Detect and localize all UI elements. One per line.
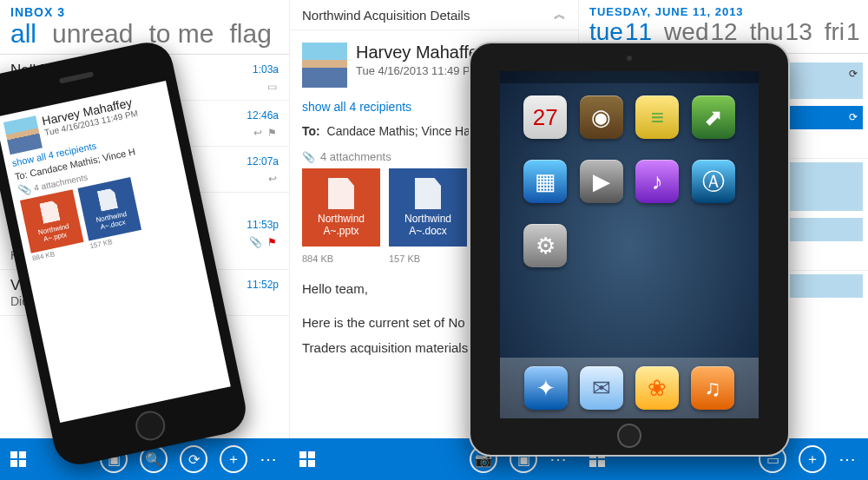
to-prefix: To:	[302, 124, 320, 138]
safari-app-icon[interactable]: ✦	[524, 366, 568, 410]
attachments-count: 4 attachments	[320, 150, 391, 163]
notes-app-icon[interactable]: ≡	[635, 95, 679, 139]
ipad-device: 27◉≡⬈▦▶♪Ⓐ⚙ ✦✉❀♫	[469, 42, 790, 457]
ipad-home-button[interactable]	[617, 424, 641, 448]
tab-unread[interactable]: unread	[52, 19, 133, 49]
file-icon	[415, 178, 441, 209]
ipad-screen: 27◉≡⬈▦▶♪Ⓐ⚙ ✦✉❀♫	[500, 71, 759, 418]
ipad-dock: ✦✉❀♫	[500, 358, 759, 418]
message-time: 11:52p	[247, 279, 279, 291]
tab-all[interactable]: all	[10, 19, 36, 49]
more-button[interactable]: ⋯	[260, 449, 279, 470]
to-recipients: Candace Mathis; Vince Har	[327, 124, 475, 138]
sender-name: Harvey Mahaffey	[356, 43, 487, 62]
reply-icon: ↩	[268, 173, 277, 185]
attachment-icon: 📎	[249, 236, 262, 248]
attachment-pptx[interactable]: Northwind A~.pptx	[20, 189, 84, 253]
message-time: 12:46a	[247, 109, 279, 122]
file-icon	[328, 178, 354, 209]
tiles-icon[interactable]	[299, 451, 315, 467]
flag-icon: ⚑	[267, 236, 277, 248]
iphone-home-button[interactable]	[133, 408, 168, 443]
file-icon	[97, 187, 119, 212]
iphone-speaker	[58, 71, 93, 83]
message-title: Northwind Acquisition Details	[302, 8, 470, 23]
attachment-icon: 📎	[16, 182, 32, 197]
inbox-count-label: INBOX 3	[0, 0, 289, 19]
appstore-app-icon[interactable]: Ⓐ	[692, 160, 735, 203]
message-time: 1:03a	[253, 63, 279, 76]
sync-button[interactable]: ⟳	[180, 445, 207, 473]
ipad-status-bar	[500, 71, 759, 83]
contacts-app-icon[interactable]: ◉	[580, 95, 623, 139]
attachment-name: Northwind A~.docx	[84, 207, 140, 233]
videos-app-icon[interactable]: ▦	[523, 160, 567, 203]
ipad-home-grid: 27◉≡⬈▦▶♪Ⓐ⚙	[500, 95, 759, 267]
attachment-name: Northwind A~.pptx	[302, 213, 380, 237]
more-button[interactable]: ⋯	[838, 449, 858, 470]
maps-app-icon[interactable]: ⬈	[692, 95, 735, 139]
youtube-app-icon[interactable]: ▶	[580, 160, 623, 203]
attachment-size: 157 KB	[389, 253, 467, 264]
flag-icon: ⚑	[267, 127, 277, 139]
attachment-size: 884 KB	[302, 253, 380, 264]
file-icon	[39, 200, 61, 224]
sent-timestamp: Tue 4/16/2013 11:49 PM	[356, 64, 487, 77]
photos-app-icon[interactable]: ❀	[635, 366, 679, 410]
tiles-icon[interactable]	[10, 451, 26, 467]
ipod-app-icon[interactable]: ♫	[691, 366, 734, 410]
compose-button[interactable]: ＋	[220, 445, 247, 473]
attachment-docx[interactable]: Northwind A~.docx	[77, 177, 141, 241]
itunes-app-icon[interactable]: ♪	[635, 160, 679, 203]
message-header-bar[interactable]: Northwind Acquisition Details ︽	[290, 0, 578, 30]
calendar-date-label: TUESDAY, JUNE 11, 2013	[579, 0, 868, 18]
avatar	[3, 115, 43, 155]
message-time: 12:07a	[247, 155, 279, 168]
mail-app-icon[interactable]: ✉	[580, 366, 623, 410]
ipad-camera	[627, 56, 632, 61]
avatar	[302, 43, 347, 88]
message-time: 11:53p	[247, 219, 279, 231]
calendar-app-icon[interactable]: 27	[523, 95, 567, 139]
attachment-icon: 📎	[302, 151, 315, 163]
add-event-button[interactable]: ＋	[799, 445, 826, 473]
settings-app-icon[interactable]: ⚙	[523, 224, 567, 267]
tab-tome[interactable]: to me	[148, 19, 214, 49]
attachment-pptx[interactable]: Northwind A~.pptx	[302, 168, 380, 247]
reply-icon: ↩	[253, 127, 262, 139]
calendar-icon: ▭	[267, 81, 277, 93]
tab-flag[interactable]: flag	[229, 19, 271, 49]
collapse-icon[interactable]: ︽	[554, 7, 566, 23]
day-tab-fri[interactable]: fri1	[825, 18, 860, 46]
attachment-docx[interactable]: Northwind A~.docx	[389, 168, 467, 247]
attachment-name: Northwind A~.docx	[389, 213, 467, 237]
sync-icon: ⟳	[849, 111, 858, 123]
sync-icon: ⟳	[849, 68, 858, 80]
attachment-name: Northwind A~.pptx	[26, 220, 82, 246]
